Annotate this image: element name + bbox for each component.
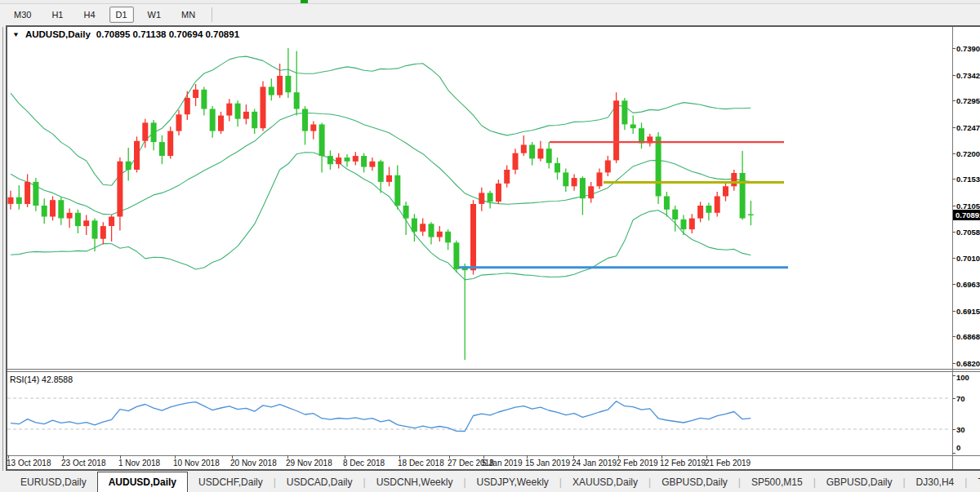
candle-body [294,92,300,109]
price-axis-tick [952,48,956,49]
candle-body [412,219,417,232]
candle-body [302,109,308,131]
symbol-dropdown-icon[interactable]: ▼ [12,31,20,38]
candle-body [521,145,527,153]
candle-body [672,210,678,219]
price-axis-tick [952,206,956,206]
candle-body [588,186,594,198]
candle-body [639,128,644,143]
candle-body [269,86,274,95]
candle-body [100,226,106,239]
candle-body [261,86,266,128]
candle-body [748,215,754,215]
price-axis-tick [952,100,956,101]
candle-body [134,141,140,170]
candle-body [159,142,165,156]
candle-body [420,224,425,232]
price-axis-tick [952,179,956,180]
candle-body [445,232,451,243]
date-axis-label: 2 Feb 2019 [617,459,658,468]
timeframe-button-d1[interactable]: D1 [109,7,134,23]
chart-tab-tech1[interactable]: TECH1 [967,472,980,492]
date-axis-label: 5 Jan 2019 [482,459,523,468]
price-axis-border [952,25,953,471]
date-axis-label: 1 Nov 2018 [118,459,160,468]
rsi-axis-label: 0 [956,443,980,452]
chart-tab-usdcnh-weekly[interactable]: USDCNH,Weekly [366,472,464,492]
candle-body [689,219,695,230]
candle-body [185,98,190,114]
candle-body [656,136,662,196]
candle-body [109,217,114,227]
candle-body [369,162,375,167]
candle-body [386,175,392,182]
chart-tab-gbpusd-daily[interactable]: GBPUSD,Daily [651,472,738,492]
candle-body [193,90,198,98]
candle-body [621,100,627,124]
chart-tab-usdchf-daily[interactable]: USDCHF,Daily [188,472,274,492]
candle-body [285,76,291,92]
chart-tab-usdjpy-weekly[interactable]: USDJPY,Weekly [466,472,559,492]
chart-tab-sp500-m15[interactable]: SP500,M15 [741,472,813,492]
candle-body [731,173,737,186]
price-axis-tick [952,75,956,76]
candle-body [664,197,670,210]
chart-tab-audusd-daily[interactable]: AUDUSD,Daily [97,472,188,492]
date-axis-label: 15 Jan 2019 [525,459,570,468]
price-axis-label: 0.71530 [956,175,980,184]
candle-body [83,220,89,226]
date-axis-label: 23 Oct 2018 [61,459,105,468]
timeframe-button-h1[interactable]: H1 [45,7,69,23]
price-axis-label: 0.73900 [956,44,980,53]
candle-body [142,122,148,140]
timeframe-button-w1[interactable]: W1 [141,7,168,23]
chart-symbol-label: AUDUSD,Daily [25,29,91,39]
pane-resize-divider[interactable] [6,369,980,372]
price-axis-label: 0.72470 [956,123,980,132]
rsi-axis-label: 70 [956,394,980,403]
candle-body [8,197,14,204]
chart-tab-xauusd-daily[interactable]: XAUUSD,Daily [562,472,648,492]
candle-body [630,125,636,129]
price-axis-label: 0.68200 [956,359,980,368]
candle-body [353,156,359,162]
rsi-axis-label: 30 [956,425,980,434]
candle-body [16,197,22,204]
rsi-axis-tick [952,453,956,454]
date-axis-label: 20 Nov 2018 [230,459,277,468]
chart-tab-gbpusd-daily[interactable]: GBPUSD,Daily [816,472,903,492]
candle-body [479,193,484,204]
date-axis-label: 8 Dec 2018 [343,459,385,468]
price-axis-label: 0.72000 [956,149,980,158]
candle-body [613,100,619,160]
candle-body [33,182,38,206]
candle-body [681,219,687,229]
candle-body [563,172,568,186]
chart-tab-usdcad-daily[interactable]: USDCAD,Daily [276,472,363,492]
candle-body [50,200,56,216]
candle-body [310,125,316,131]
timeframe-button-mn[interactable]: MN [175,7,202,23]
price-chart-canvas[interactable] [6,25,952,455]
timeframe-button-h4[interactable]: H4 [77,7,101,23]
chart-tab-bar: EURUSD,DailyAUDUSD,DailyUSDCHF,Daily|USD… [0,472,980,492]
price-axis-tick [952,284,956,285]
candle-body [176,114,182,131]
candle-body [605,161,611,173]
candle-body [504,170,510,184]
rsi-line [11,401,751,432]
chart-tab-dj30-h4[interactable]: DJ30,H4 [906,472,965,492]
price-axis-label: 0.69150 [956,307,980,316]
candle-body [513,153,519,170]
candle-body [167,131,173,157]
candle-body [243,112,249,119]
chart-window: ▼ AUDUSD,Daily 0.70895 0.71138 0.70694 0… [6,25,980,471]
chart-tab-eurusd-daily[interactable]: EURUSD,Daily [10,472,97,492]
candle-body [218,116,224,131]
chart-window-border [6,25,980,27]
timeframe-button-m30[interactable]: M30 [7,7,38,23]
candle-body [226,104,232,116]
date-axis-label: 13 Oct 2018 [7,459,51,468]
current-price-badge: 0.70891 [953,210,980,220]
rsi-axis-tick [952,398,956,399]
